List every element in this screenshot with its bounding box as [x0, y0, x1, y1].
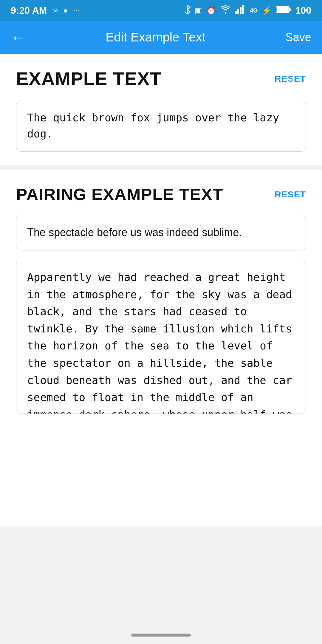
alarm-icon: ⏰ — [206, 6, 216, 15]
example-text-title: EXAMPLE TEXT — [16, 68, 161, 89]
pairing-example-text-section: PAIRING EXAMPLE TEXT RESET — [0, 170, 322, 427]
battery-icon — [276, 6, 291, 16]
charging-icon: ⚡ — [262, 6, 272, 15]
svg-rect-7 — [277, 7, 289, 12]
status-time: 9:20 AM — [11, 5, 47, 16]
toolbar: ← Edit Example Text Save — [0, 21, 322, 54]
svg-rect-2 — [237, 9, 239, 14]
battery-level: 100 — [295, 5, 311, 16]
signal-icon — [235, 5, 246, 16]
bluetooth-icon — [184, 5, 191, 16]
svg-rect-3 — [240, 7, 242, 14]
wifi-icon — [220, 5, 231, 16]
chat-icon: ● — [63, 6, 68, 15]
infinity-icon: ∞ — [52, 6, 58, 15]
pairing-text-header: PAIRING EXAMPLE TEXT RESET — [16, 185, 306, 204]
section-divider — [0, 165, 322, 170]
home-indicator — [0, 626, 322, 644]
example-text-header: EXAMPLE TEXT RESET — [16, 68, 306, 89]
pairing-text-reset-button[interactable]: RESET — [275, 189, 306, 199]
svg-rect-6 — [289, 8, 291, 11]
status-bar-right: ▣ ⏰ 4G ⚡ 100 — [184, 5, 311, 16]
save-button[interactable]: Save — [285, 31, 311, 44]
toolbar-title: Edit Example Text — [26, 30, 285, 44]
example-text-reset-button[interactable]: RESET — [275, 74, 306, 84]
lte-icon: 4G — [250, 7, 258, 14]
status-bar-left: 9:20 AM ∞ ● ··· — [11, 5, 80, 16]
example-text-section: EXAMPLE TEXT RESET — [0, 54, 322, 165]
pairing-text-title: PAIRING EXAMPLE TEXT — [16, 185, 223, 204]
back-button[interactable]: ← — [11, 29, 26, 46]
main-content: EXAMPLE TEXT RESET PAIRING EXAMPLE TEXT … — [0, 54, 322, 527]
svg-rect-1 — [235, 11, 237, 14]
bottom-gray-area — [0, 527, 322, 626]
more-icon: ··· — [73, 6, 80, 15]
pairing-short-input[interactable] — [16, 215, 306, 250]
vibrate-icon: ▣ — [195, 6, 202, 15]
pairing-long-input[interactable] — [16, 259, 306, 414]
example-text-input[interactable] — [16, 100, 306, 152]
status-bar: 9:20 AM ∞ ● ··· ▣ ⏰ — [0, 0, 322, 21]
back-arrow-icon: ← — [11, 29, 26, 46]
home-bar — [131, 634, 191, 637]
svg-rect-4 — [242, 5, 244, 14]
